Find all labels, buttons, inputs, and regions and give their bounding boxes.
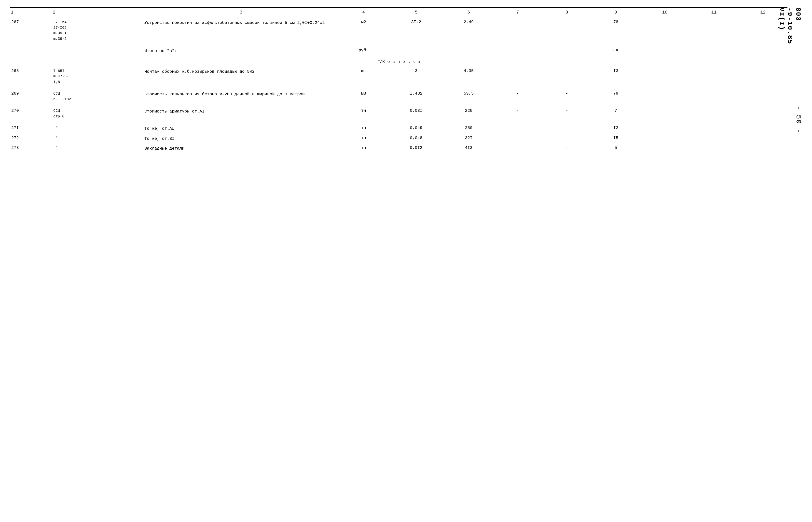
row-cell-8 bbox=[542, 45, 591, 56]
row-id: 272 bbox=[10, 133, 52, 143]
row-cell-10 bbox=[640, 45, 689, 56]
row-cell-4: тн bbox=[339, 133, 388, 143]
row-cell-5: 3 bbox=[388, 66, 444, 86]
row-cell-10 bbox=[640, 106, 689, 121]
row-cell-6: 53,5 bbox=[444, 89, 493, 103]
row-cell-12 bbox=[738, 45, 788, 56]
row-cell-6: 228 bbox=[444, 106, 493, 121]
row-cell-6: 4,35 bbox=[444, 66, 493, 86]
row-cell-7: - bbox=[493, 66, 542, 86]
row-cell-4: тн bbox=[339, 123, 388, 133]
row-cell-10 bbox=[640, 66, 689, 86]
row-cell-4: м2 bbox=[339, 17, 388, 43]
row-cell-11 bbox=[689, 17, 738, 43]
row-id: 273 bbox=[10, 143, 52, 153]
table-row: 270ССЦ стр.8Стоимость арматуры ст.АIтн0,… bbox=[10, 106, 788, 121]
row-description: Стоимость арматуры ст.АI bbox=[143, 106, 339, 121]
row-description: Стоимость козырьков из бетона м-200 длин… bbox=[143, 89, 339, 103]
col-header-9: 9 bbox=[591, 7, 640, 17]
row-cell-8: - bbox=[542, 133, 591, 143]
col-header-5: 5 bbox=[388, 7, 444, 17]
table-body: 26727-I64 27-I65 ш.39-I ш.39-2Устройство… bbox=[10, 17, 788, 153]
row-cell-10 bbox=[640, 17, 689, 43]
table-row: 27I-"-То же, ст.АШтн0,049250-I2 bbox=[10, 123, 788, 133]
table-header-row: 1 2 3 4 5 6 7 8 9 10 11 12 bbox=[10, 7, 788, 17]
row-cell-6: 250 bbox=[444, 123, 493, 133]
row-cell-11 bbox=[689, 106, 738, 121]
side-label-top: 803 -9-10.85 VI(I) bbox=[777, 7, 802, 44]
row-cell-4: тн bbox=[339, 143, 388, 153]
row-cell-10 bbox=[640, 89, 689, 103]
col-header-3: 3 bbox=[143, 7, 339, 17]
row-cell-8: - bbox=[542, 66, 591, 86]
table-row: Г/К о з н р ь к и bbox=[10, 56, 788, 66]
row-cell-11 bbox=[689, 123, 738, 133]
row-cell-4: руб. bbox=[339, 45, 388, 56]
col-header-8: 8 bbox=[542, 7, 591, 17]
row-cell-8: - bbox=[542, 89, 591, 103]
page-container: 803 -9-10.85 VI(I) - 50 - 1 2 3 4 5 6 7 … bbox=[10, 7, 802, 499]
row-cell-8: - bbox=[542, 143, 591, 153]
row-cell-9: 78 bbox=[591, 17, 640, 43]
row-cell-9: 7 bbox=[591, 106, 640, 121]
row-ref: ССЦ стр.8 bbox=[52, 106, 143, 121]
row-cell-8: - bbox=[542, 17, 591, 43]
spacer-row bbox=[10, 103, 788, 106]
col-header-6: 6 bbox=[444, 7, 493, 17]
col-header-2: 2 bbox=[52, 7, 143, 17]
row-cell-9: I2 bbox=[591, 123, 640, 133]
row-cell-8: - bbox=[542, 106, 591, 121]
col-header-1: 1 bbox=[10, 7, 52, 17]
row-cell-7: - bbox=[493, 89, 542, 103]
row-ref: 27-I64 27-I65 ш.39-I ш.39-2 bbox=[52, 17, 143, 43]
row-ref: -"- bbox=[52, 133, 143, 143]
row-cell-12 bbox=[738, 106, 788, 121]
row-cell-7: - bbox=[493, 17, 542, 43]
row-cell-10 bbox=[640, 133, 689, 143]
row-id: 268 bbox=[10, 66, 52, 86]
row-cell-12 bbox=[738, 123, 788, 133]
row-description: То же, ст.ВI bbox=[143, 133, 339, 143]
row-cell-10 bbox=[640, 143, 689, 153]
row-cell-7 bbox=[493, 45, 542, 56]
row-cell-6: 2,49 bbox=[444, 17, 493, 43]
row-cell-9: I5 bbox=[591, 133, 640, 143]
row-description: Итого по "в": bbox=[143, 45, 339, 56]
row-cell-5: 0,0I2 bbox=[388, 143, 444, 153]
col-header-7: 7 bbox=[493, 7, 542, 17]
row-description: Устройство покрытия из асфальтобетонных … bbox=[143, 17, 339, 43]
row-cell-11 bbox=[689, 66, 738, 86]
side-label-bottom: - 50 - bbox=[795, 106, 802, 134]
row-cell-5: 0,048 bbox=[388, 133, 444, 143]
row-cell-9: 79 bbox=[591, 89, 640, 103]
row-cell-10 bbox=[640, 123, 689, 133]
row-cell-7: - bbox=[493, 143, 542, 153]
table-row: 272-"-То же, ст.ВIтн0,04832I--I5 bbox=[10, 133, 788, 143]
row-cell-12 bbox=[738, 66, 788, 86]
row-ref: -"- bbox=[52, 123, 143, 133]
row-cell-11 bbox=[689, 89, 738, 103]
row-id: 269 bbox=[10, 89, 52, 103]
row-cell-7: - bbox=[493, 106, 542, 121]
table-row: Итого по "в":руб.200 bbox=[10, 45, 788, 56]
row-cell-9: 5 bbox=[591, 143, 640, 153]
row-cell-6 bbox=[444, 45, 493, 56]
spacer-row bbox=[10, 43, 788, 45]
spacer-row bbox=[10, 121, 788, 123]
table-row: 273-"-Закладные деталитн0,0I24I3--5 bbox=[10, 143, 788, 153]
col-header-4: 4 bbox=[339, 7, 388, 17]
row-cell-6: 4I3 bbox=[444, 143, 493, 153]
row-cell-4: шт bbox=[339, 66, 388, 86]
row-ref: -"- bbox=[52, 143, 143, 153]
row-cell-4: м3 bbox=[339, 89, 388, 103]
table-row: 269ССЦ п.II-182Стоимость козырьков из бе… bbox=[10, 89, 788, 103]
row-description: Монтаж сборных ж.б.козырьков площадью до… bbox=[143, 66, 339, 86]
row-cell-6: 32I bbox=[444, 133, 493, 143]
col-header-11: 11 bbox=[689, 7, 738, 17]
row-cell-12 bbox=[738, 143, 788, 153]
row-id: 267 bbox=[10, 17, 52, 43]
row-ref: 7-65I ш.47-5- I,8 bbox=[52, 66, 143, 86]
row-cell-12 bbox=[738, 89, 788, 103]
row-description: То же, ст.АШ bbox=[143, 123, 339, 133]
row-cell-5: 0,03I bbox=[388, 106, 444, 121]
